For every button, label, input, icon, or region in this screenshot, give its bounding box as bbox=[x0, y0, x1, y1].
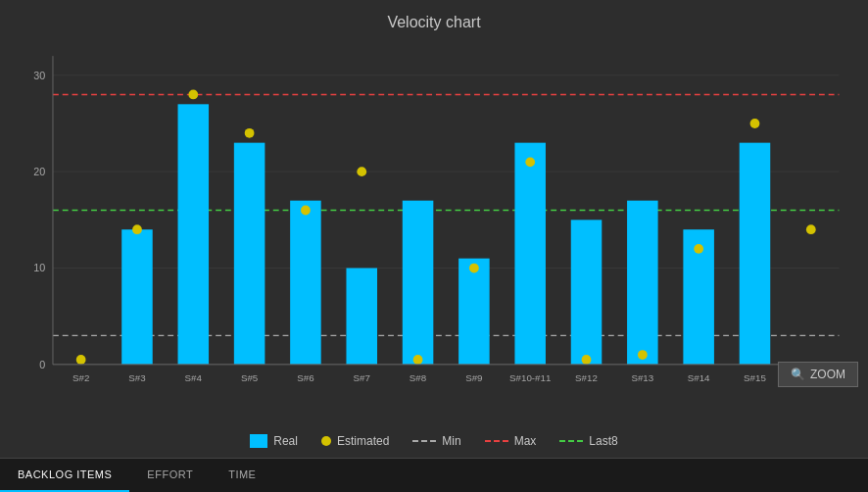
svg-point-47 bbox=[750, 119, 760, 128]
svg-text:20: 20 bbox=[33, 166, 45, 177]
chart-title: Velocity chart bbox=[0, 0, 868, 37]
svg-rect-25 bbox=[346, 269, 377, 365]
legend-min-label: Min bbox=[442, 434, 460, 448]
svg-point-17 bbox=[188, 90, 198, 100]
svg-text:S#5: S#5 bbox=[241, 372, 259, 383]
svg-text:30: 30 bbox=[33, 70, 45, 81]
svg-point-35 bbox=[525, 157, 535, 167]
svg-rect-46 bbox=[740, 143, 771, 365]
svg-point-44 bbox=[694, 244, 703, 254]
legend-real: Real bbox=[250, 434, 298, 448]
svg-rect-28 bbox=[403, 201, 434, 365]
legend-last8-line bbox=[559, 440, 583, 442]
legend-estimated-dot bbox=[321, 436, 331, 446]
svg-text:10: 10 bbox=[33, 262, 45, 273]
svg-text:S#14: S#14 bbox=[688, 372, 710, 383]
svg-point-38 bbox=[582, 355, 592, 365]
svg-rect-19 bbox=[234, 143, 265, 365]
chart-container: Velocity chart 0102030S#2S#3S#4S#5S#6S#7… bbox=[0, 0, 868, 492]
svg-point-20 bbox=[245, 128, 255, 138]
svg-text:S#10-#11: S#10-#11 bbox=[509, 372, 551, 383]
svg-point-11 bbox=[76, 355, 86, 365]
legend-real-label: Real bbox=[273, 434, 298, 448]
svg-point-14 bbox=[132, 224, 142, 234]
zoom-button[interactable]: 🔍 ZOOM bbox=[778, 362, 858, 387]
svg-text:0: 0 bbox=[39, 359, 45, 370]
svg-text:S#15: S#15 bbox=[744, 372, 766, 383]
svg-text:S#13: S#13 bbox=[631, 372, 653, 383]
svg-rect-22 bbox=[290, 201, 321, 365]
svg-point-26 bbox=[357, 167, 366, 176]
tab-backlog-items[interactable]: BACKLOG ITEMS bbox=[0, 459, 129, 492]
legend-max-label: Max bbox=[514, 434, 537, 448]
svg-text:S#8: S#8 bbox=[410, 372, 426, 383]
svg-point-41 bbox=[638, 350, 648, 360]
legend-max: Max bbox=[485, 434, 537, 448]
legend-last8-label: Last8 bbox=[589, 434, 617, 448]
legend-estimated-label: Estimated bbox=[337, 434, 389, 448]
svg-rect-34 bbox=[514, 143, 546, 365]
svg-text:S#7: S#7 bbox=[354, 372, 370, 383]
svg-rect-13 bbox=[121, 229, 153, 365]
svg-rect-37 bbox=[571, 220, 603, 365]
svg-rect-16 bbox=[178, 104, 210, 365]
svg-text:S#4: S#4 bbox=[185, 372, 203, 383]
chart-legend: Real Estimated Min Max Last8 bbox=[0, 426, 868, 458]
tab-time[interactable]: TIME bbox=[211, 459, 273, 492]
svg-text:S#9: S#9 bbox=[465, 372, 482, 383]
svg-point-23 bbox=[301, 206, 311, 216]
bottom-tabs: BACKLOG ITEMS EFFORT TIME bbox=[0, 458, 868, 492]
legend-min: Min bbox=[412, 434, 460, 448]
legend-estimated: Estimated bbox=[321, 434, 389, 448]
svg-point-32 bbox=[469, 264, 479, 273]
zoom-icon: 🔍 bbox=[791, 368, 805, 381]
svg-text:S#6: S#6 bbox=[297, 372, 313, 383]
legend-last8: Last8 bbox=[559, 434, 617, 448]
svg-text:S#2: S#2 bbox=[72, 372, 89, 383]
legend-real-box bbox=[250, 434, 267, 448]
legend-max-line bbox=[485, 440, 508, 442]
svg-rect-31 bbox=[458, 259, 490, 365]
svg-text:S#3: S#3 bbox=[128, 372, 145, 383]
legend-min-line bbox=[412, 440, 436, 442]
svg-text:S#12: S#12 bbox=[575, 372, 598, 383]
svg-point-29 bbox=[413, 355, 423, 365]
svg-rect-40 bbox=[627, 201, 658, 365]
svg-point-49 bbox=[806, 224, 816, 234]
tab-effort[interactable]: EFFORT bbox=[129, 459, 211, 492]
velocity-chart-svg: 0102030S#2S#3S#4S#5S#6S#7S#8S#9S#10-#11S… bbox=[10, 37, 858, 426]
